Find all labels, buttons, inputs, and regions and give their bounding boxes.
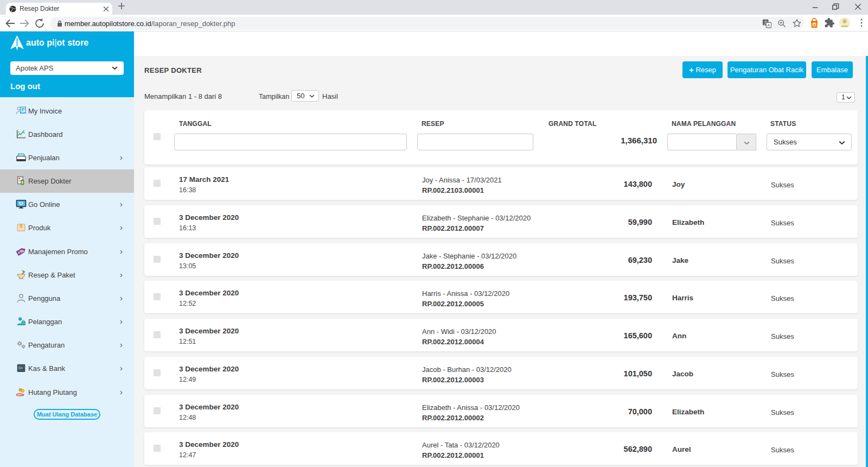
svg-text:a: a [813,23,815,27]
svg-text:A: A [767,23,770,28]
